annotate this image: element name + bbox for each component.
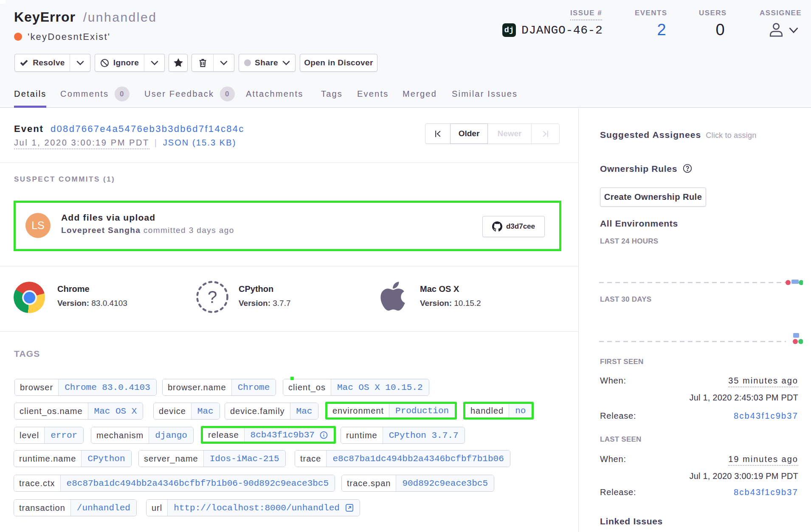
- svg-text:?: ?: [208, 288, 217, 306]
